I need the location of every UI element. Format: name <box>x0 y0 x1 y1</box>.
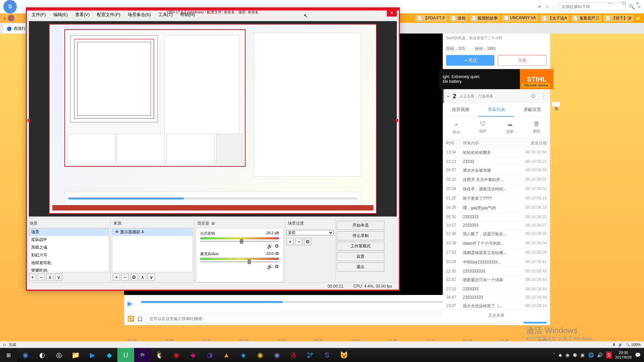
history-danmu-button[interactable]: 历史弹幕 <box>443 309 550 322</box>
obs-control-button[interactable]: 退出 <box>337 262 384 272</box>
bookmark-item[interactable]: 📄 狐狸的故事 <box>470 15 500 22</box>
mixer-mute-icon[interactable]: 🔊 <box>267 264 273 269</box>
danmu-row[interactable]: 22:30233333333308-16 08:43 <box>443 267 550 276</box>
task-qq-icon[interactable]: 🐧 <box>151 348 168 362</box>
progress-bar[interactable] <box>141 301 456 303</box>
scene-item[interactable]: 地狱老司机 <box>29 259 109 267</box>
bookmark-item[interactable]: 📄 游戏 <box>449 15 467 22</box>
scene-item[interactable]: 黑暗之魂 <box>29 244 109 251</box>
transition-select[interactable]: 剪切 <box>286 230 334 235</box>
task-app4-icon[interactable]: ◑ <box>201 348 218 362</box>
obs-control-button[interactable]: 开始串流 <box>337 221 384 230</box>
charge-button[interactable]: 充电 <box>498 55 547 66</box>
obs-menu-item[interactable]: 文件(F) <box>28 10 49 19</box>
source-gear-button[interactable]: ⚙ <box>130 274 138 281</box>
source-remove-button[interactable]: − <box>121 274 129 281</box>
task-obs-icon[interactable]: ◎ <box>50 348 67 362</box>
obs-close[interactable]: ✕ <box>387 9 397 16</box>
trans-remove-button[interactable]: − <box>295 238 303 245</box>
danmu-row[interactable]: 17:53我都是错星星之后站播...08-16 08:36 <box>443 248 550 258</box>
obs-control-button[interactable]: 停止录制 <box>337 231 384 240</box>
advertisement[interactable]: ight. Extremely quiet. ble battery. STIH… <box>439 69 553 89</box>
obs-minimize[interactable]: — <box>365 9 375 16</box>
task-steam-icon[interactable]: ◐ <box>34 348 50 362</box>
danmu-row[interactable]: 15:38dalao开了个小号的第...08-16 08:34 <box>443 239 550 248</box>
sources-list[interactable]: 👁 显示器捕获 4 <box>112 228 193 272</box>
feedback-tab[interactable]: 意见反馈 <box>552 102 560 107</box>
tray-icon-2[interactable]: ◉ <box>566 352 570 358</box>
start-button[interactable]: ⊞ <box>0 348 17 362</box>
tray-up-icon[interactable]: ˄ <box>553 352 555 358</box>
scene-item[interactable]: 场景 <box>29 228 109 236</box>
task-app6-icon[interactable]: ◈ <box>235 348 252 362</box>
obs-menu-item[interactable]: 配置文件(P) <box>94 10 123 19</box>
task-browser-icon[interactable]: ◉ <box>17 348 34 362</box>
source-down-button[interactable]: ∨ <box>148 274 155 281</box>
danmu-row[interactable]: 20:34快住手，朋新没这样的...08-16 08:02 <box>443 185 550 194</box>
tray-ime-icon[interactable]: S <box>606 352 612 358</box>
browser-close[interactable]: ✕ <box>631 0 644 7</box>
tray-icon-4[interactable]: ▣ <box>580 352 585 358</box>
trans-add-button[interactable]: + <box>286 238 294 245</box>
danmu-row[interactable]: 18:10这两天 天天中毒站开...08-16 08:01 <box>443 175 550 185</box>
bookmark-item[interactable]: 📄 UNCANNY VA <box>502 15 538 22</box>
star-icon[interactable]: ☆ <box>545 4 549 9</box>
danmu-row[interactable]: 28:4723333333308-16 08:46 <box>443 293 550 302</box>
task-sogou-icon[interactable]: S <box>319 348 335 362</box>
source-up-button[interactable]: ∧ <box>139 274 146 281</box>
danmu-row[interactable]: 19:07我今天也这样死了（...08-16 09:24 <box>443 302 550 309</box>
task-app7-icon[interactable]: ◉ <box>252 348 268 362</box>
tray-notifications-icon[interactable]: 💬 <box>635 352 641 358</box>
danmu-tab[interactable]: 屏蔽设置 <box>514 103 550 117</box>
browser-minimize[interactable]: — <box>604 0 617 7</box>
gear-icon[interactable]: ⚙ <box>531 93 536 100</box>
eye-icon[interactable]: 👁 <box>115 230 119 234</box>
download-icon[interactable]: ↓ <box>553 4 555 9</box>
obs-control-button[interactable]: 设置 <box>337 252 384 261</box>
taskbar-clock[interactable]: 20:30 2017/8/20 <box>615 350 632 360</box>
bookmark-item[interactable]: 📄 【笛子】深 <box>603 15 634 22</box>
scene-item[interactable]: 彩虹六号 <box>29 251 109 259</box>
obs-preview[interactable] <box>29 21 397 217</box>
obs-control-button[interactable]: 工作室模式 <box>337 242 384 251</box>
danmu-row[interactable]: 23:10233333308-16 08:44 <box>443 285 550 293</box>
play-small-icon[interactable]: ▷ <box>3 343 6 347</box>
danmu-action-删除[interactable]: 🗑删除 <box>523 120 550 135</box>
danmu-tab[interactable]: 推荐视频 <box>443 103 479 117</box>
tray-volume-icon[interactable]: 🔊 <box>597 352 603 358</box>
task-app5-icon[interactable]: ▲ <box>218 348 235 362</box>
task-discord-icon[interactable]: ◉ <box>268 348 285 362</box>
browser-logo-icon[interactable]: S <box>3 0 17 13</box>
danmu-row[interactable]: 10:17233333308-16 08:27 <box>443 221 550 230</box>
obs-maximize[interactable]: ☐ <box>376 9 386 16</box>
task-music-icon[interactable]: ◉ <box>168 348 184 362</box>
task-app2-icon[interactable]: U <box>117 348 134 362</box>
task-app10-icon[interactable]: 😺 <box>335 348 352 362</box>
task-app8-icon[interactable]: 洛 <box>285 348 302 362</box>
wand-icon[interactable]: ✦ <box>538 4 542 9</box>
tray-icon-1[interactable]: ◆ <box>558 352 562 358</box>
mixer-gear-icon[interactable]: ⚙ <box>211 221 215 226</box>
bookmark-more-icon[interactable]: 📁 <box>636 16 641 20</box>
bookmark-item[interactable]: 📄 【PDA FT P <box>415 15 447 22</box>
mixer-mute-icon[interactable]: 🔊 <box>267 243 273 249</box>
danmu-style-icon[interactable]: ▢ <box>138 315 143 322</box>
scenes-list[interactable]: 场景星际战甲黑暗之魂彩虹六号地狱老司机荣耀吃鸡荣耀战魂 <box>28 228 109 272</box>
follow-button[interactable]: ＋关注 <box>446 55 494 66</box>
danmu-row[interactable]: 23:132333308-16 06:22 <box>443 158 550 166</box>
task-app9-icon[interactable]: 🕊 <box>302 348 319 362</box>
danmu-row[interactable]: 04:57灌水水会被加速08-16 06:39 <box>443 166 550 175</box>
home-icon[interactable]: ⌂ <box>3 16 6 20</box>
danmu-tab[interactable]: 弹幕列表 <box>479 103 515 117</box>
scene-remove-button[interactable]: − <box>38 274 45 281</box>
scene-item[interactable]: 星际战甲 <box>29 236 109 244</box>
source-item[interactable]: 👁 显示器捕获 4 <box>112 228 193 236</box>
sound-small-icon[interactable]: 🔊 <box>618 343 623 347</box>
play-icon[interactable]: ▶ <box>127 299 132 307</box>
danmu-row[interactable]: 20:06中国boy233333333...08-16 08:41 <box>443 258 550 267</box>
tray-icon-3[interactable]: ⬢ <box>573 352 577 358</box>
browser-maximize[interactable]: ☐ <box>617 0 631 7</box>
task-app3-icon[interactable]: ◆ <box>184 348 201 362</box>
danmu-row[interactable]: 05:30233333308-16 08:20 <box>443 213 550 221</box>
danmu-row[interactable]: 04:26嘿，gay里gay气的08-16 08:19 <box>443 203 550 213</box>
